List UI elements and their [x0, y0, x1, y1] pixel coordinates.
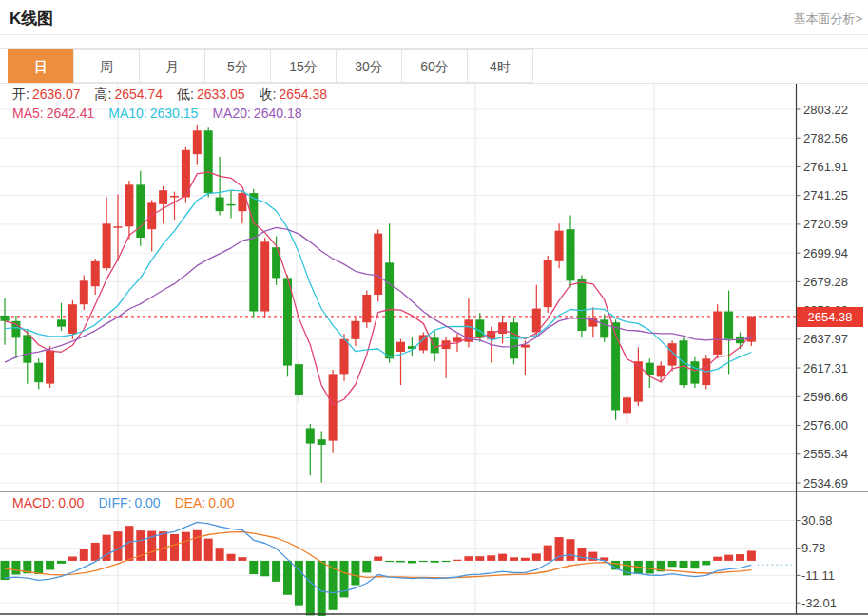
- period-tabbar: 日周月5分15分30分60分4时: [0, 48, 868, 84]
- svg-text:-11.11: -11.11: [801, 568, 835, 583]
- kline-page: K线图 基本面分析> 日周月5分15分30分60分4时 2803.222782.…: [0, 0, 868, 616]
- ma5-value: 2642.41: [47, 106, 95, 121]
- macd-diff: DIFF:0.00: [98, 495, 160, 510]
- tab-30min[interactable]: 30分: [336, 49, 402, 83]
- ma5-label: MA5:: [12, 106, 44, 121]
- tab-month[interactable]: 月: [139, 49, 205, 83]
- ma10-label: MA10:: [108, 106, 146, 121]
- fundamental-analysis-link[interactable]: 基本面分析>: [793, 10, 862, 28]
- svg-text:2576.00: 2576.00: [803, 418, 848, 433]
- ma-ma20: MA20:2640.18: [212, 106, 301, 121]
- current-price-badge: 2654.38: [797, 307, 863, 327]
- low-value: 2633.05: [197, 87, 245, 102]
- svg-text:30.68: 30.68: [801, 513, 833, 528]
- ma-ma5: MA5:2642.41: [12, 106, 94, 121]
- svg-text:2679.28: 2679.28: [803, 275, 848, 289]
- close-value: 2654.38: [279, 87, 327, 102]
- tab-4hour[interactable]: 4时: [467, 49, 533, 83]
- tab-week[interactable]: 周: [73, 49, 140, 83]
- tab-60min[interactable]: 60分: [401, 49, 468, 83]
- svg-text:-32.01: -32.01: [801, 596, 837, 610]
- dea-label: DEA:: [175, 495, 206, 510]
- ma-ma10: MA10:2630.15: [108, 106, 198, 121]
- high-label: 高:: [95, 87, 112, 104]
- tab-day[interactable]: 日: [8, 49, 74, 83]
- macd-label: MACD:: [12, 495, 55, 510]
- tab-15min[interactable]: 15分: [270, 49, 337, 83]
- macd-value: 0.00: [58, 495, 84, 510]
- macd-readout: MACD:0.00DIFF:0.00DEA:0.00: [12, 495, 235, 510]
- ma10-value: 2630.15: [150, 106, 199, 121]
- svg-text:2741.25: 2741.25: [803, 188, 848, 202]
- price-axis-labels: 2803.222782.562761.912741.252720.592699.…: [797, 103, 849, 491]
- svg-text:2555.34: 2555.34: [803, 447, 848, 461]
- ohlc-low: 低:2633.05: [177, 87, 245, 104]
- ohlc-readout: 开:2636.07高:2654.74低:2633.05收:2654.38: [12, 87, 327, 104]
- diff-label: DIFF:: [98, 495, 131, 510]
- macd-dea: DEA:0.00: [175, 495, 235, 510]
- svg-text:2803.22: 2803.22: [803, 103, 848, 117]
- ma20-value: 2640.18: [254, 106, 302, 121]
- svg-text:2761.91: 2761.91: [803, 160, 848, 174]
- diff-value: 0.00: [134, 495, 160, 510]
- low-label: 低:: [177, 87, 194, 104]
- high-value: 2654.74: [114, 87, 163, 102]
- svg-text:2699.94: 2699.94: [803, 246, 848, 260]
- ma20-label: MA20:: [212, 106, 250, 121]
- svg-text:2596.66: 2596.66: [803, 390, 848, 404]
- tab-5min[interactable]: 5分: [204, 49, 271, 83]
- svg-text:2782.56: 2782.56: [803, 131, 848, 145]
- svg-text:2720.59: 2720.59: [803, 217, 848, 231]
- macd-axis-labels: 30.689.78-11.11-32.01: [797, 513, 837, 610]
- svg-text:9.78: 9.78: [801, 541, 825, 555]
- svg-text:2637.97: 2637.97: [803, 332, 848, 346]
- open-value: 2636.07: [32, 87, 81, 102]
- ohlc-open: 开:2636.07: [12, 87, 81, 104]
- page-title: K线图: [0, 0, 868, 29]
- close-label: 收:: [260, 87, 277, 104]
- ma-readout: MA5:2642.41MA10:2630.15MA20:2640.18: [12, 106, 301, 121]
- page-header: K线图 基本面分析>: [0, 0, 868, 35]
- dea-value: 0.00: [208, 495, 234, 510]
- ohlc-high: 高:2654.74: [95, 87, 164, 104]
- macd-macd: MACD:0.00: [12, 495, 84, 510]
- svg-text:2534.69: 2534.69: [803, 476, 848, 491]
- open-label: 开:: [12, 87, 29, 104]
- ohlc-close: 收:2654.38: [260, 87, 328, 104]
- candlestick-series: [1, 125, 756, 482]
- svg-text:2617.31: 2617.31: [803, 361, 848, 375]
